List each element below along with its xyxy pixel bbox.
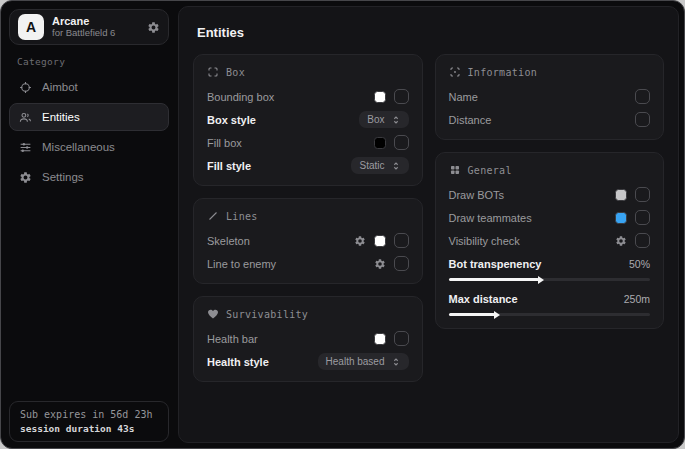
setting-label: Bot transpenency bbox=[449, 258, 542, 270]
card-title: Lines bbox=[226, 211, 258, 222]
sidebar: A Arcane for Battlefield 6 Category Aimb… bbox=[1, 1, 177, 448]
setting-label: Visibility check bbox=[449, 235, 520, 247]
card-title: Box bbox=[226, 67, 245, 78]
unfold-icon bbox=[391, 115, 401, 125]
card-columns: Box Bounding box Box style Box bbox=[193, 54, 664, 382]
setting-label: Health style bbox=[207, 356, 269, 368]
right-column: Information Name Distance bbox=[435, 54, 665, 329]
card-lines: Lines Skeleton Line to enemy bbox=[193, 198, 423, 284]
page-title: Entities bbox=[197, 25, 664, 40]
setting-row-bot-transparency: Bot transpenency 50% bbox=[449, 256, 651, 281]
checkbox[interactable] bbox=[394, 89, 409, 104]
users-icon bbox=[19, 111, 32, 124]
card-box-header: Box bbox=[207, 66, 409, 78]
color-swatch[interactable] bbox=[374, 137, 386, 149]
sidebar-item-settings[interactable]: Settings bbox=[9, 163, 169, 191]
card-survivability: Survivability Health bar Health style He… bbox=[193, 296, 423, 382]
sidebar-item-label: Entities bbox=[42, 111, 80, 123]
setting-row-max-distance: Max distance 250m bbox=[449, 291, 651, 316]
session-duration-text: session duration 43s bbox=[20, 423, 158, 434]
box-style-dropdown[interactable]: Box bbox=[359, 111, 408, 128]
setting-label: Fill box bbox=[207, 137, 242, 149]
diagonal-line-icon bbox=[207, 210, 219, 222]
sub-expiry-text: Sub expires in 56d 23h bbox=[20, 409, 158, 420]
checkbox[interactable] bbox=[394, 233, 409, 248]
gear-icon[interactable] bbox=[615, 235, 627, 247]
color-swatch[interactable] bbox=[615, 189, 627, 201]
app-window: A Arcane for Battlefield 6 Category Aimb… bbox=[0, 0, 685, 449]
unfold-icon bbox=[391, 161, 401, 171]
health-style-dropdown[interactable]: Health based bbox=[318, 353, 409, 370]
setting-label: Draw teammates bbox=[449, 212, 532, 224]
checkbox[interactable] bbox=[394, 256, 409, 271]
slider-value: 250m bbox=[624, 293, 650, 305]
scan-icon bbox=[449, 66, 461, 78]
setting-row-fill-style: Fill style Static bbox=[207, 158, 409, 173]
gear-icon[interactable] bbox=[354, 235, 366, 247]
card-title: Survivability bbox=[226, 309, 308, 320]
checkbox[interactable] bbox=[635, 112, 650, 127]
setting-row-fill-box: Fill box bbox=[207, 135, 409, 150]
grid-icon bbox=[449, 164, 461, 176]
brand-initial: A bbox=[26, 19, 36, 35]
card-title: General bbox=[468, 165, 512, 176]
color-swatch[interactable] bbox=[374, 235, 386, 247]
checkbox[interactable] bbox=[635, 233, 650, 248]
setting-label: Draw BOTs bbox=[449, 189, 505, 201]
dropdown-value: Health based bbox=[326, 356, 385, 367]
setting-label: Max distance bbox=[449, 293, 518, 305]
checkbox[interactable] bbox=[635, 89, 650, 104]
gear-icon bbox=[19, 171, 32, 184]
bot-transparency-slider[interactable] bbox=[449, 278, 651, 281]
checkbox[interactable] bbox=[635, 187, 650, 202]
sidebar-item-entities[interactable]: Entities bbox=[9, 103, 169, 131]
sidebar-item-label: Aimbot bbox=[42, 81, 78, 93]
dropdown-value: Static bbox=[359, 160, 384, 171]
setting-row-distance: Distance bbox=[449, 112, 651, 127]
unfold-icon bbox=[391, 357, 401, 367]
setting-label: Line to enemy bbox=[207, 258, 276, 270]
sidebar-nav: Aimbot Entities Miscellaneous Settings bbox=[9, 73, 169, 191]
brand-text: Arcane for Battlefield 6 bbox=[52, 15, 139, 39]
card-information: Information Name Distance bbox=[435, 54, 665, 140]
setting-label: Health bar bbox=[207, 333, 258, 345]
checkbox[interactable] bbox=[394, 135, 409, 150]
sidebar-item-label: Settings bbox=[42, 171, 84, 183]
setting-row-name: Name bbox=[449, 89, 651, 104]
slider-value: 50% bbox=[629, 258, 650, 270]
color-swatch[interactable] bbox=[374, 91, 386, 103]
setting-row-health-style: Health style Health based bbox=[207, 354, 409, 369]
brand-gear-icon[interactable] bbox=[147, 21, 160, 34]
color-swatch[interactable] bbox=[374, 333, 386, 345]
gear-icon[interactable] bbox=[374, 258, 386, 270]
checkbox[interactable] bbox=[394, 331, 409, 346]
sidebar-item-aimbot[interactable]: Aimbot bbox=[9, 73, 169, 101]
corners-icon bbox=[207, 66, 219, 78]
setting-row-bounding-box: Bounding box bbox=[207, 89, 409, 104]
dropdown-value: Box bbox=[367, 114, 384, 125]
heart-icon bbox=[207, 308, 219, 320]
slider-fill bbox=[449, 278, 540, 281]
left-column: Box Bounding box Box style Box bbox=[193, 54, 423, 382]
crosshair-icon bbox=[19, 81, 32, 94]
max-distance-slider[interactable] bbox=[449, 313, 651, 316]
sidebar-item-miscellaneous[interactable]: Miscellaneous bbox=[9, 133, 169, 161]
main-panel: Entities Box Bounding box bbox=[178, 6, 679, 443]
subscription-info: Sub expires in 56d 23h session duration … bbox=[9, 401, 169, 442]
setting-row-health-bar: Health bar bbox=[207, 331, 409, 346]
app-name: Arcane bbox=[52, 15, 139, 28]
sliders-icon bbox=[19, 141, 32, 154]
app-subtitle: for Battlefield 6 bbox=[52, 28, 139, 39]
card-general-header: General bbox=[449, 164, 651, 176]
brand-logo: A bbox=[18, 14, 44, 40]
color-swatch[interactable] bbox=[615, 212, 627, 224]
checkbox[interactable] bbox=[635, 210, 650, 225]
setting-row-draw-bots: Draw BOTs bbox=[449, 187, 651, 202]
card-general: General Draw BOTs Draw teammates bbox=[435, 152, 665, 329]
brand-card: A Arcane for Battlefield 6 bbox=[9, 9, 169, 45]
fill-style-dropdown[interactable]: Static bbox=[351, 157, 408, 174]
setting-label: Distance bbox=[449, 114, 492, 126]
setting-label: Skeleton bbox=[207, 235, 250, 247]
card-box: Box Bounding box Box style Box bbox=[193, 54, 423, 186]
setting-label: Fill style bbox=[207, 160, 251, 172]
